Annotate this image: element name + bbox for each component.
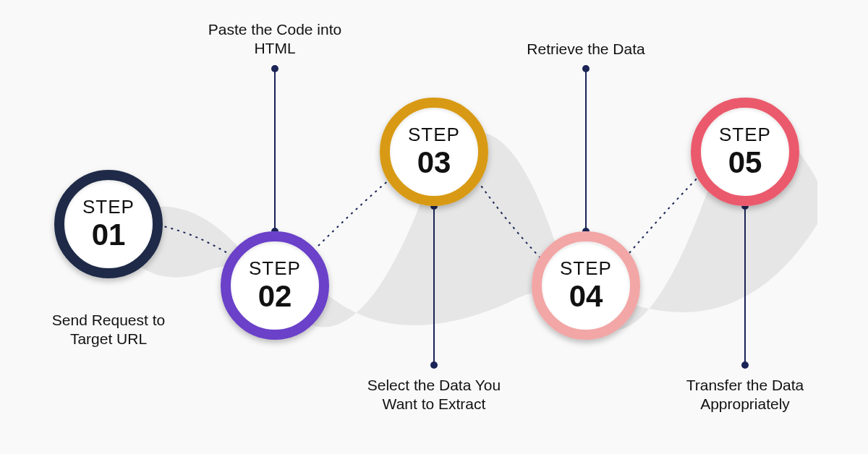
- step-04-caption: Retrieve the Data: [506, 40, 665, 59]
- step-01-ring: STEP 01: [54, 170, 163, 278]
- step-05-word: STEP: [719, 125, 771, 145]
- step-05-ring: STEP 05: [691, 98, 799, 206]
- step-05-label: STEP 05: [719, 125, 771, 178]
- step-02-word: STEP: [249, 259, 301, 278]
- step-02-leader: [274, 69, 276, 231]
- step-04-label: STEP 04: [560, 259, 612, 312]
- process-diagram: STEP 01 Send Request to Target URL STEP …: [0, 0, 868, 454]
- step-05-caption: Transfer the Data Appropriately: [665, 376, 825, 414]
- step-04-leader: [585, 69, 587, 231]
- step-03-ring: STEP 03: [380, 98, 488, 206]
- step-01-caption: Send Request to Target URL: [29, 311, 188, 349]
- step-04-num: 04: [560, 280, 612, 312]
- step-02-ring: STEP 02: [221, 231, 329, 340]
- step-03-caption: Select the Data You Want to Extract: [354, 376, 514, 414]
- step-05-leader: [744, 206, 746, 365]
- step-01-label: STEP 01: [82, 197, 135, 250]
- step-02-num: 02: [249, 280, 301, 312]
- step-03-leader: [433, 206, 435, 365]
- step-04-ring: STEP 04: [532, 231, 640, 340]
- step-01-num: 01: [82, 219, 135, 251]
- step-03-word: STEP: [408, 125, 460, 145]
- step-04-word: STEP: [560, 259, 612, 278]
- step-01-word: STEP: [82, 197, 135, 217]
- step-03-label: STEP 03: [408, 125, 460, 178]
- step-05-num: 05: [719, 147, 771, 179]
- step-02-label: STEP 02: [249, 259, 301, 312]
- step-03-num: 03: [408, 147, 460, 179]
- step-02-caption: Paste the Code into HTML: [195, 20, 354, 59]
